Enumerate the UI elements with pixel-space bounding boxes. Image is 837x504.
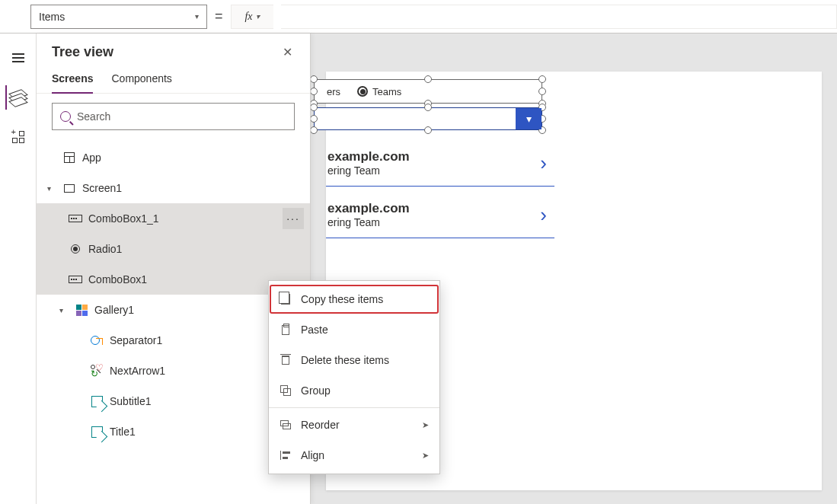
chevron-down-icon[interactable]: ▾ (59, 306, 69, 314)
context-align[interactable]: Align ➤ (269, 440, 439, 471)
context-item-label: Delete these items (301, 354, 389, 366)
gallery-icon (76, 305, 88, 316)
tree-item-combobox1-1[interactable]: ComboBox1_1 ··· (37, 203, 310, 234)
tree-item-label: Screen1 (82, 182, 122, 194)
context-menu: Copy these items Paste Delete these item… (268, 280, 440, 474)
context-copy[interactable]: Copy these items (269, 284, 439, 314)
radio-option-label: ers (327, 86, 340, 97)
nextarrow-icon (91, 365, 103, 377)
gallery-item[interactable]: example.com ering Team › (326, 192, 554, 238)
main-area: Tree view ✕ Screens Components Search Ap… (0, 33, 837, 504)
reorder-icon (280, 420, 291, 429)
context-delete[interactable]: Delete these items (269, 345, 439, 375)
tree-item-label: Separator1 (110, 334, 162, 346)
resize-handle[interactable] (538, 75, 546, 83)
dropdown-chevron-icon[interactable]: ▾ (516, 108, 541, 129)
next-arrow-icon[interactable]: › (540, 152, 547, 175)
fx-button[interactable]: fx ▾ (231, 5, 273, 29)
formula-bar: Items ▾ = fx ▾ (0, 0, 837, 33)
resize-handle[interactable] (310, 115, 318, 123)
paste-icon (282, 325, 289, 335)
chevron-right-icon: ➤ (422, 420, 429, 430)
gallery-item-subtitle: ering Team (327, 164, 410, 177)
app-icon (64, 152, 75, 163)
chevron-down-icon: ▾ (195, 12, 199, 21)
fx-label: fx (244, 11, 252, 23)
radio-option[interactable]: Teams (357, 86, 401, 97)
tree-item-app[interactable]: App (37, 142, 310, 173)
context-paste[interactable]: Paste (269, 314, 439, 345)
property-dropdown[interactable]: Items ▾ (30, 5, 207, 29)
property-label: Items (39, 11, 65, 23)
resize-handle[interactable] (310, 126, 318, 134)
equals-label: = (215, 8, 223, 24)
context-item-label: Align (301, 449, 324, 461)
tree-item-label: NextArrow1 (110, 365, 165, 377)
context-reorder[interactable]: Reorder ➤ (269, 410, 439, 440)
more-options-icon[interactable]: ··· (283, 208, 304, 229)
search-icon (60, 111, 71, 122)
radio-icon (71, 244, 80, 254)
chevron-down-icon: ▾ (256, 12, 260, 21)
radio-option[interactable]: ers (327, 86, 340, 97)
label-icon (91, 396, 103, 407)
gallery-item-subtitle: ering Team (327, 216, 410, 228)
radio-control[interactable]: ers Teams (314, 79, 542, 104)
tree-item-label: Radio1 (88, 243, 122, 255)
gallery-item-title: example.com (327, 201, 410, 216)
left-rail (0, 33, 37, 504)
copy-icon (281, 294, 290, 305)
tree-item-label: ComboBox1_1 (88, 212, 159, 225)
combobox-icon (69, 276, 82, 283)
close-icon[interactable]: ✕ (280, 45, 295, 60)
radio-option-label: Teams (372, 86, 401, 97)
radio-circle-icon (357, 86, 368, 97)
resize-handle[interactable] (310, 104, 318, 111)
insert-icon[interactable] (6, 125, 30, 149)
tree-item-label: ComboBox1 (88, 273, 147, 285)
separator-icon (91, 336, 103, 345)
resize-handle[interactable] (424, 75, 432, 83)
search-input[interactable]: Search (52, 103, 295, 130)
tree-view-icon[interactable] (5, 85, 30, 110)
delete-icon (282, 356, 289, 365)
context-item-label: Copy these items (301, 293, 383, 305)
group-icon (280, 385, 291, 396)
context-item-label: Reorder (301, 419, 340, 431)
tree-view-title: Tree view (52, 44, 113, 60)
label-icon (91, 426, 103, 438)
tab-screens[interactable]: Screens (52, 68, 93, 94)
hamburger-icon[interactable] (6, 46, 30, 70)
next-arrow-icon[interactable]: › (540, 203, 547, 227)
tree-item-label: Gallery1 (94, 304, 134, 316)
chevron-down-icon[interactable]: ▾ (47, 184, 56, 193)
menu-separator (269, 407, 439, 408)
gallery-item-title: example.com (327, 149, 410, 164)
search-placeholder: Search (77, 110, 110, 123)
tree-item-label: App (82, 152, 101, 164)
screen-icon (64, 184, 75, 193)
align-icon (280, 451, 291, 460)
resize-handle[interactable] (424, 126, 432, 134)
tree-item-screen1[interactable]: ▾ Screen1 (37, 173, 310, 203)
formula-input[interactable] (281, 5, 837, 29)
tree-item-label: Subtitle1 (110, 395, 151, 407)
combobox-control[interactable]: ▾ (314, 107, 542, 130)
context-item-label: Paste (301, 324, 328, 336)
tab-components[interactable]: Components (111, 68, 171, 93)
combobox-icon (69, 215, 82, 222)
context-group[interactable]: Group (269, 375, 439, 406)
context-item-label: Group (301, 384, 331, 397)
resize-handle[interactable] (310, 75, 318, 83)
tree-item-radio1[interactable]: Radio1 (37, 234, 310, 264)
chevron-right-icon: ➤ (422, 451, 429, 461)
resize-handle[interactable] (424, 104, 432, 111)
resize-handle[interactable] (310, 88, 318, 95)
tree-tabs: Screens Components (37, 68, 310, 94)
tree-item-label: Title1 (110, 426, 136, 438)
resize-handle[interactable] (538, 88, 546, 95)
gallery-item[interactable]: example.com ering Team › (326, 140, 554, 187)
